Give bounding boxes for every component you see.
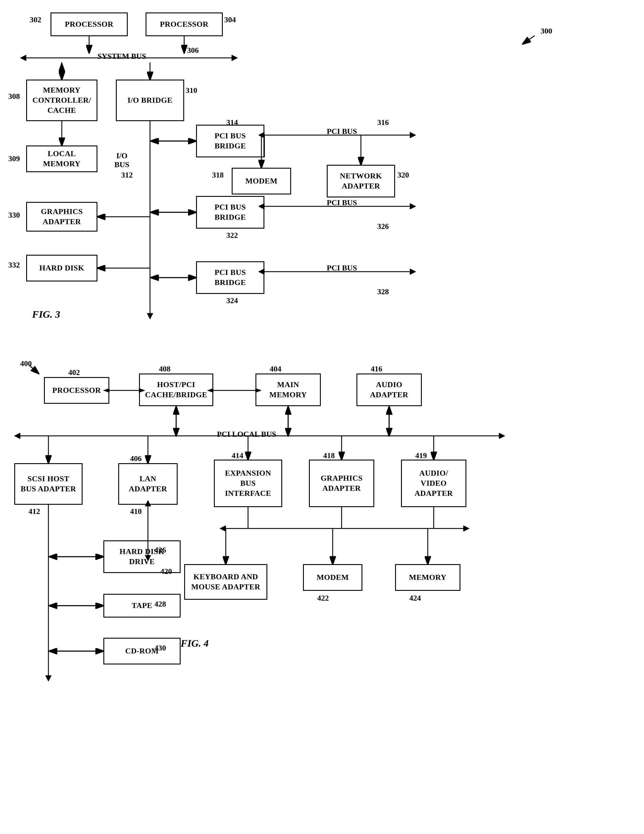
io-bus-label: I/O BUS [114, 152, 129, 169]
full-diagram: 300 PROCESSOR 302 PROCESSOR 304 SYSTEM B… [0, 0, 644, 834]
ref-419: 419 [415, 451, 427, 460]
ref-418: 418 [323, 451, 335, 460]
box-mem-ctrl: MEMORY CONTROLLER/ CACHE [26, 79, 97, 121]
ref-306: 306 [187, 46, 199, 55]
box-proc2: PROCESSOR [146, 13, 223, 36]
svg-marker-32 [410, 269, 416, 275]
svg-marker-70 [220, 525, 226, 532]
svg-marker-19 [410, 132, 416, 138]
ref-400: 400 [20, 359, 32, 368]
ref-316: 316 [377, 118, 389, 127]
ref-412: 412 [29, 507, 40, 516]
ref-309: 309 [8, 154, 20, 163]
box-main-mem: MAIN MEMORY [256, 373, 321, 406]
ref-304: 304 [224, 15, 236, 24]
ref-322: 322 [227, 231, 238, 240]
ref-424: 424 [409, 594, 421, 603]
svg-line-35 [523, 36, 535, 44]
box-proc-402: PROCESSOR [44, 377, 109, 404]
svg-marker-71 [463, 525, 469, 532]
box-proc1: PROCESSOR [50, 13, 128, 36]
box-modem: MODEM [232, 168, 291, 194]
ref-314: 314 [227, 118, 238, 127]
pci-local-bus-label: PCI LOCAL BUS [187, 430, 306, 439]
box-host-pci: HOST/PCI CACHE/BRIDGE [139, 373, 213, 406]
pci-bus-3-label: PCI BUS [327, 263, 357, 273]
svg-marker-27 [410, 204, 416, 209]
diagram-arrows [0, 0, 644, 834]
ref-326: 326 [377, 222, 389, 231]
ref-428: 428 [154, 600, 166, 609]
box-expansion: EXPANSION BUS INTERFACE [214, 460, 282, 507]
box-net-adapter: NETWORK ADAPTER [327, 165, 395, 197]
ref-402: 402 [68, 368, 80, 377]
svg-marker-14 [147, 313, 153, 319]
ref-300: 300 [540, 27, 552, 36]
box-local-mem: LOCAL MEMORY [26, 145, 97, 172]
box-io-bridge: I/O BRIDGE [116, 79, 184, 121]
box-pci-bridge1: PCI BUS BRIDGE [196, 125, 264, 157]
ref-408: 408 [159, 365, 170, 373]
box-modem2: MODEM [303, 564, 362, 591]
ref-410: 410 [130, 507, 142, 516]
ref-416: 416 [371, 365, 382, 373]
box-keyboard: KEYBOARD AND MOUSE ADAPTER [184, 564, 267, 600]
box-pci-bridge3: PCI BUS BRIDGE [196, 261, 264, 294]
svg-marker-58 [45, 676, 52, 681]
svg-marker-7 [20, 55, 26, 61]
fig4-label: FIG. 4 [181, 638, 209, 649]
box-lan: LAN ADAPTER [118, 463, 178, 505]
ref-302: 302 [30, 15, 41, 24]
ref-312: 312 [121, 171, 133, 179]
box-graphics: GRAPHICS ADAPTER [26, 202, 97, 231]
ref-318: 318 [212, 171, 224, 179]
svg-marker-8 [232, 55, 238, 61]
box-cdrom: CD-ROM [104, 638, 181, 664]
box-audio-adapter: AUDIO ADAPTER [356, 373, 422, 406]
box-audio-video: AUDIO/ VIDEO ADAPTER [401, 460, 466, 507]
ref-330: 330 [8, 211, 20, 220]
pci-bus-1-label: PCI BUS [327, 127, 357, 136]
box-hard-disk: HARD DISK [26, 255, 97, 281]
box-pci-bridge2: PCI BUS BRIDGE [196, 196, 264, 229]
ref-404: 404 [270, 365, 281, 373]
box-memory2: MEMORY [395, 564, 460, 591]
ref-332: 332 [8, 261, 20, 270]
system-bus-label: SYSTEM BUS [77, 52, 166, 61]
fig3-label: FIG. 3 [32, 309, 60, 320]
ref-422: 422 [317, 594, 329, 603]
ref-426: 426 [154, 546, 166, 554]
ref-308: 308 [8, 92, 20, 101]
svg-marker-44 [14, 433, 20, 439]
box-graphics2: GRAPHICS ADAPTER [309, 460, 374, 507]
ref-324: 324 [227, 296, 238, 305]
box-tape: TAPE [104, 594, 181, 617]
ref-320: 320 [398, 171, 409, 179]
ref-420: 420 [160, 567, 172, 576]
box-scsi: SCSI HOST BUS ADAPTER [14, 463, 83, 505]
ref-310: 310 [186, 86, 197, 95]
ref-414: 414 [232, 451, 243, 460]
pci-bus-2-label: PCI BUS [327, 198, 357, 207]
ref-430: 430 [154, 644, 166, 653]
svg-marker-45 [499, 433, 505, 439]
ref-406: 406 [130, 454, 142, 463]
ref-328: 328 [377, 288, 389, 296]
